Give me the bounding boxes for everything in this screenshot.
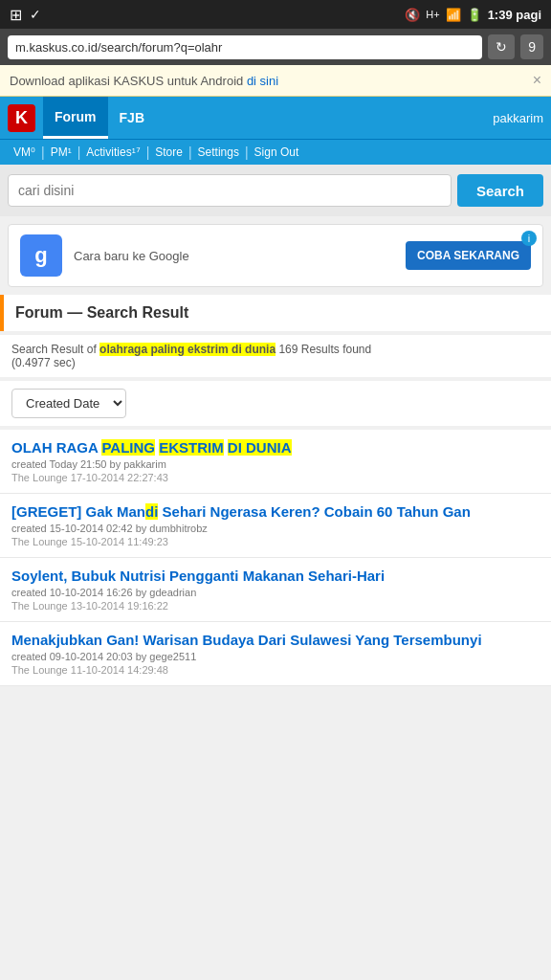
- result-title: Soylent, Bubuk Nutrisi Pengganti Makanan…: [11, 568, 540, 584]
- banner-close-button[interactable]: ×: [533, 72, 541, 89]
- vm-link[interactable]: VM⁰: [8, 144, 41, 161]
- top-nav: K Forum FJB pakkarim: [0, 97, 551, 139]
- result-forum: The Lounge 17-10-2014 22:27:43: [11, 472, 540, 483]
- result-meta: created 10-10-2014 16:26 by gdeadrian: [11, 587, 540, 598]
- signout-link[interactable]: Sign Out: [249, 144, 305, 161]
- status-right-info: 🔇 H+ 📶 🔋 1:39 pagi: [405, 8, 541, 22]
- result-title: [GREGET] Gak Mandi Sehari Ngerasa Keren?…: [11, 503, 540, 520]
- search-summary-middle: 169 Results found: [276, 343, 371, 356]
- status-left-icons: ⊞ ✓: [10, 6, 41, 24]
- signal-icon: 📶: [446, 8, 461, 22]
- url-bar: ↻ 9: [0, 29, 551, 65]
- username-display: pakkarim: [493, 111, 543, 125]
- result-item[interactable]: OLAH RAGA PALING EKSTRIM DI DUNIA create…: [0, 430, 551, 494]
- google-info-icon[interactable]: i: [521, 231, 537, 246]
- search-summary-prefix: Search Result of: [11, 343, 99, 356]
- google-banner: g Cara baru ke Google COBA SEKARANG i: [8, 224, 543, 287]
- sort-select[interactable]: Created Date Relevance Views: [11, 389, 126, 418]
- result-title: OLAH RAGA PALING EKSTRIM DI DUNIA: [11, 439, 540, 456]
- search-button[interactable]: Search: [457, 174, 543, 207]
- refresh-button[interactable]: ↻: [488, 34, 515, 59]
- result-forum: The Lounge 13-10-2014 19:16:22: [11, 600, 540, 612]
- banner-link[interactable]: di sini: [247, 74, 278, 88]
- kaskus-logo-button[interactable]: K: [8, 104, 35, 132]
- time-display: 1:39 pagi: [488, 8, 541, 22]
- banner-text: Download aplikasi KASKUS untuk Android d…: [10, 74, 278, 88]
- result-forum: The Lounge 15-10-2014 11:49:23: [11, 536, 540, 547]
- search-input[interactable]: [8, 174, 452, 207]
- activities-link[interactable]: Activities¹⁷: [80, 144, 145, 161]
- result-item[interactable]: Soylent, Bubuk Nutrisi Pengganti Makanan…: [0, 558, 551, 622]
- store-link[interactable]: Store: [149, 144, 188, 161]
- google-coba-button[interactable]: COBA SEKARANG: [406, 241, 531, 270]
- battery-icon: 🔋: [467, 8, 482, 22]
- search-bar: Search: [0, 165, 551, 216]
- result-title: Menakjubkan Gan! Warisan Budaya Dari Sul…: [11, 632, 540, 648]
- mute-icon: 🔇: [405, 8, 420, 22]
- status-bar: ⊞ ✓ 🔇 H+ 📶 🔋 1:39 pagi: [0, 0, 551, 29]
- result-forum: The Lounge 11-10-2014 14:29:48: [11, 664, 540, 676]
- result-meta: created 15-10-2014 02:42 by dumbhitrobz: [11, 523, 540, 534]
- bbm-icon: ⊞: [10, 6, 22, 24]
- result-item[interactable]: Menakjubkan Gan! Warisan Budaya Dari Sul…: [0, 622, 551, 686]
- google-banner-text: Cara baru ke Google: [74, 249, 394, 263]
- data-icon: H+: [426, 9, 439, 20]
- search-summary: Search Result of olahraga paling ekstrim…: [0, 335, 551, 377]
- result-meta: created 09-10-2014 20:03 by gege2511: [11, 651, 540, 662]
- app-download-banner: Download aplikasi KASKUS untuk Android d…: [0, 65, 551, 97]
- forum-tab[interactable]: Forum: [43, 97, 108, 139]
- check-icon: ✓: [30, 7, 41, 22]
- sort-dropdown-container: Created Date Relevance Views: [0, 381, 551, 426]
- search-summary-suffix: (0.4977 sec): [11, 356, 76, 369]
- fjb-tab[interactable]: FJB: [108, 97, 156, 139]
- google-logo: g: [20, 234, 62, 277]
- url-input[interactable]: [8, 35, 482, 59]
- secondary-nav: VM⁰ | PM¹ | Activities¹⁷ | Store | Setti…: [0, 139, 551, 165]
- section-title: Forum — Search Result: [0, 295, 551, 331]
- search-results-content: Forum — Search Result Search Result of o…: [0, 295, 551, 686]
- settings-link[interactable]: Settings: [192, 144, 245, 161]
- pm-link[interactable]: PM¹: [45, 144, 77, 161]
- result-meta: created Today 21:50 by pakkarim: [11, 458, 540, 470]
- tabs-button[interactable]: 9: [520, 34, 543, 59]
- result-item[interactable]: [GREGET] Gak Mandi Sehari Ngerasa Keren?…: [0, 494, 551, 558]
- search-query-highlight: olahraga paling ekstrim di dunia: [99, 343, 276, 356]
